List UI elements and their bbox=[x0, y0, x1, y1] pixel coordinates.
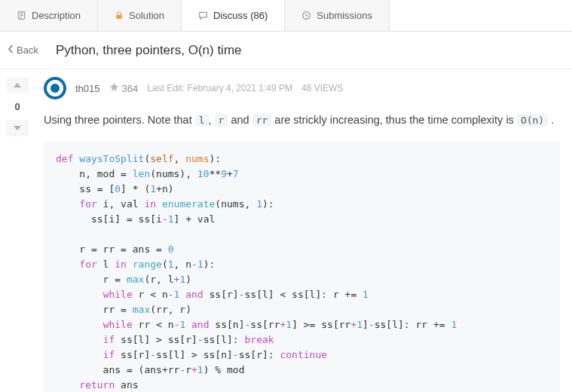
upvote-button[interactable] bbox=[6, 77, 29, 93]
inline-code: l bbox=[195, 114, 209, 127]
author-name[interactable]: th015 bbox=[75, 83, 100, 94]
content-area: 0 th015 364 Last Edit: February 4, 2021 … bbox=[0, 69, 572, 392]
tab-label: Solution bbox=[129, 10, 164, 21]
document-icon bbox=[17, 11, 26, 20]
lock-icon bbox=[115, 11, 124, 20]
inline-code: O(n) bbox=[517, 114, 548, 127]
code-block[interactable]: def waysToSplit(self, nums): n, mod = le… bbox=[44, 141, 560, 392]
vote-count: 0 bbox=[14, 95, 20, 118]
svg-rect-4 bbox=[116, 15, 122, 19]
view-count: 46 VIEWS bbox=[301, 83, 343, 93]
downvote-button[interactable] bbox=[6, 120, 29, 136]
back-link[interactable]: Back bbox=[0, 44, 50, 56]
tab-description[interactable]: Description bbox=[0, 0, 98, 31]
avatar[interactable] bbox=[44, 77, 66, 100]
chevron-left-icon bbox=[8, 44, 14, 56]
back-label: Back bbox=[17, 44, 38, 56]
tab-label: Description bbox=[32, 10, 81, 21]
tab-label: Discuss (86) bbox=[213, 10, 268, 21]
post-header: Back Python, three pointers, O(n) time bbox=[0, 32, 572, 69]
post-body: Using three pointers. Note that l, r and… bbox=[44, 112, 560, 129]
inline-code: rr bbox=[252, 114, 272, 127]
post-title: Python, three pointers, O(n) time bbox=[50, 43, 242, 58]
tab-submissions[interactable]: Submissions bbox=[285, 0, 390, 31]
comment-icon bbox=[198, 11, 208, 20]
tab-solution[interactable]: Solution bbox=[98, 0, 182, 31]
history-icon bbox=[301, 11, 311, 20]
tab-label: Submissions bbox=[317, 10, 372, 21]
star-icon bbox=[109, 82, 119, 94]
reputation: 364 bbox=[109, 82, 139, 94]
tab-discuss[interactable]: Discuss (86) bbox=[182, 0, 285, 31]
inline-code: r bbox=[215, 114, 228, 127]
post-meta: th015 364 Last Edit: February 4, 2021 1:… bbox=[44, 77, 560, 100]
last-edit: Last Edit: February 4, 2021 1:49 PM bbox=[147, 83, 292, 93]
tabs-bar: Description Solution Discuss (86) Submis… bbox=[0, 0, 572, 32]
post-main: th015 364 Last Edit: February 4, 2021 1:… bbox=[35, 69, 572, 392]
vote-column: 0 bbox=[0, 69, 35, 392]
reputation-value: 364 bbox=[122, 83, 139, 94]
